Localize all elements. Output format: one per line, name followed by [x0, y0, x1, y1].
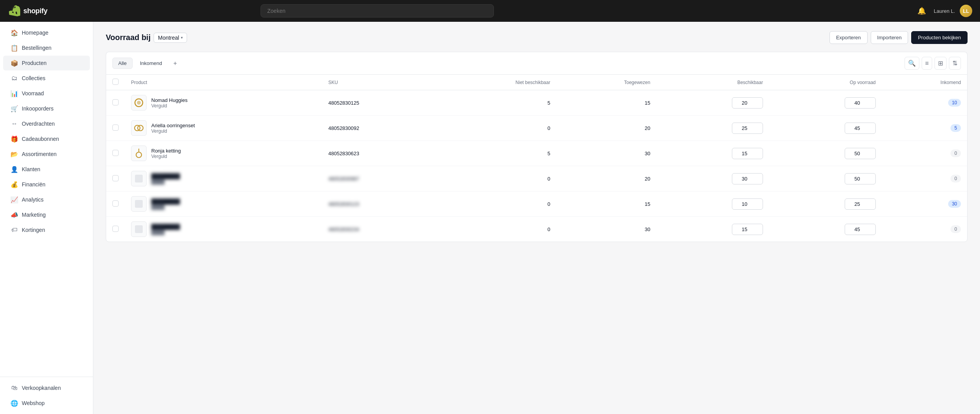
beschikbaar-input[interactable] [732, 148, 763, 159]
niet-beschikbaar-cell: 0 [434, 116, 556, 141]
sidebar-item-kortingen[interactable]: 🏷 Kortingen [3, 223, 90, 237]
sidebar-item-marketing[interactable]: 📣 Marketing [3, 207, 90, 222]
sidebar-item-label-cadeaubonnen: Cadeaubonnen [22, 136, 59, 142]
row-checkbox[interactable] [112, 150, 119, 156]
discounts-icon: 🏷 [11, 226, 18, 233]
inkomend-badge: 10 [948, 99, 961, 107]
op-voorraad-input[interactable] [845, 148, 876, 159]
gift-cards-icon: 🎁 [11, 135, 18, 142]
sidebar-item-financien[interactable]: 💰 Financiën [3, 177, 90, 192]
beschikbaar-column-header[interactable]: Beschikbaar [656, 75, 769, 90]
tab-alle[interactable]: Alle [112, 58, 133, 69]
tab-inkomend[interactable]: Inkomend [134, 58, 168, 69]
op-voorraad-input-cell [769, 90, 882, 116]
page-title-group: Voorraad bij Montreal ▾ [106, 33, 187, 43]
product-variant: ████ [151, 204, 180, 210]
beschikbaar-input[interactable] [732, 173, 763, 184]
op-voorraad-input-cell [769, 116, 882, 141]
product-name: ████████ [151, 224, 180, 230]
sidebar-item-collecties[interactable]: 🗂 Collecties [3, 71, 90, 86]
sidebar-item-assortimenten[interactable]: 📂 Assortimenten [3, 147, 90, 161]
sku-column-header[interactable]: SKU [322, 75, 434, 90]
product-name: Nomad Huggies [151, 97, 187, 103]
sidebar-item-webshop[interactable]: 🌐 Webshop [3, 396, 90, 410]
sort-icon[interactable]: ⇅ [949, 57, 961, 70]
add-tab-button[interactable]: + [170, 58, 181, 69]
table-toolbar: Alle Inkomend + 🔍 ≡ ⊞ ⇅ [106, 52, 968, 74]
sidebar-item-klanten[interactable]: 👤 Klanten [3, 162, 90, 177]
toegewezen-cell: 20 [556, 116, 656, 141]
search-table-icon[interactable]: 🔍 [905, 57, 919, 70]
sidebar-item-analytics[interactable]: 📈 Analytics [3, 192, 90, 207]
toegewezen-column-header[interactable]: Toegewezen [556, 75, 656, 90]
sidebar-item-overdrachten[interactable]: ↔ Overdrachten [3, 116, 90, 131]
transfers-icon: ↔ [11, 120, 18, 127]
row-checkbox-cell [106, 166, 125, 191]
import-button[interactable]: Importeren [871, 31, 908, 44]
customers-icon: 👤 [11, 166, 18, 173]
row-checkbox[interactable] [112, 226, 119, 232]
op-voorraad-input[interactable] [845, 123, 876, 134]
beschikbaar-input[interactable] [732, 97, 763, 109]
product-name: ████████ [151, 173, 180, 179]
select-all-header [106, 75, 125, 90]
op-voorraad-input[interactable] [845, 224, 876, 235]
sidebar-item-inkooporders[interactable]: 🛒 Inkooporders [3, 101, 90, 116]
row-checkbox[interactable] [112, 125, 119, 131]
niet-beschikbaar-column-header[interactable]: Niet beschikbaar [434, 75, 556, 90]
op-voorraad-input-cell [769, 191, 882, 217]
analytics-icon: 📈 [11, 196, 18, 203]
user-name[interactable]: Lauren L. [934, 8, 955, 14]
sidebar-item-verkoopkanalen[interactable]: 🛍 Verkoopkanalen [3, 381, 90, 395]
op-voorraad-input[interactable] [845, 97, 876, 109]
product-thumbnail [131, 171, 147, 186]
beschikbaar-input[interactable] [732, 123, 763, 134]
row-checkbox[interactable] [112, 175, 119, 181]
sidebar-item-producten[interactable]: 📦 Producten [3, 56, 90, 70]
topbar-right: 🔔 Lauren L. LL [914, 5, 972, 17]
columns-icon[interactable]: ⊞ [934, 57, 947, 70]
niet-beschikbaar-cell: 5 [434, 90, 556, 116]
notifications-icon[interactable]: 🔔 [914, 5, 929, 17]
search-input[interactable] [261, 4, 494, 18]
location-selector[interactable]: Montreal ▾ [154, 33, 187, 43]
sidebar-item-label-producten: Producten [22, 60, 47, 66]
location-name: Montreal [158, 35, 179, 41]
sidebar-item-cadeaubonnen[interactable]: 🎁 Cadeaubonnen [3, 132, 90, 146]
product-name: Ariella oorringenset [151, 123, 195, 128]
product-info: ████████ ████ [151, 224, 180, 235]
sidebar-item-label-marketing: Marketing [22, 212, 46, 218]
select-all-checkbox[interactable] [112, 79, 119, 85]
export-button[interactable]: Exporteren [830, 31, 868, 44]
finance-icon: 💰 [11, 181, 18, 188]
filter-icon[interactable]: ≡ [922, 57, 932, 70]
product-column-header[interactable]: Product [125, 75, 322, 90]
page-header: Voorraad bij Montreal ▾ Exporteren Impor… [106, 31, 968, 44]
sidebar-item-voorraad[interactable]: 📊 Voorraad [3, 86, 90, 101]
op-voorraad-column-header[interactable]: Op voorraad [769, 75, 882, 90]
beschikbaar-input[interactable] [732, 224, 763, 235]
row-checkbox[interactable] [112, 99, 119, 105]
niet-beschikbaar-cell: 0 [434, 217, 556, 242]
view-products-button[interactable]: Producten bekijken [911, 31, 968, 44]
inkomend-cell: 0 [882, 217, 967, 242]
product-thumbnail [131, 196, 147, 212]
op-voorraad-input-cell [769, 141, 882, 166]
inkomend-column-header[interactable]: Inkomend [882, 75, 967, 90]
sidebar-item-homepage[interactable]: 🏠 Homepage [3, 25, 90, 40]
content-area: Voorraad bij Montreal ▾ Exporteren Impor… [93, 22, 980, 414]
toolbar-right: 🔍 ≡ ⊞ ⇅ [905, 57, 961, 70]
sidebar-item-bestellingen[interactable]: 📋 Bestellingen [3, 40, 90, 55]
avatar[interactable]: LL [960, 5, 972, 17]
inkomend-cell: 0 [882, 141, 967, 166]
shopify-logo[interactable]: shopify [8, 5, 47, 17]
beschikbaar-input[interactable] [732, 198, 763, 210]
sidebar-item-label-inkooporders: Inkooporders [22, 105, 54, 112]
product-name: ████████ [151, 198, 180, 204]
op-voorraad-input[interactable] [845, 173, 876, 184]
sidebar-item-label-assortimenten: Assortimenten [22, 151, 56, 157]
row-checkbox[interactable] [112, 200, 119, 207]
product-cell: Ronja ketting Verguld [125, 141, 322, 166]
op-voorraad-input[interactable] [845, 198, 876, 210]
svg-point-1 [137, 101, 141, 105]
